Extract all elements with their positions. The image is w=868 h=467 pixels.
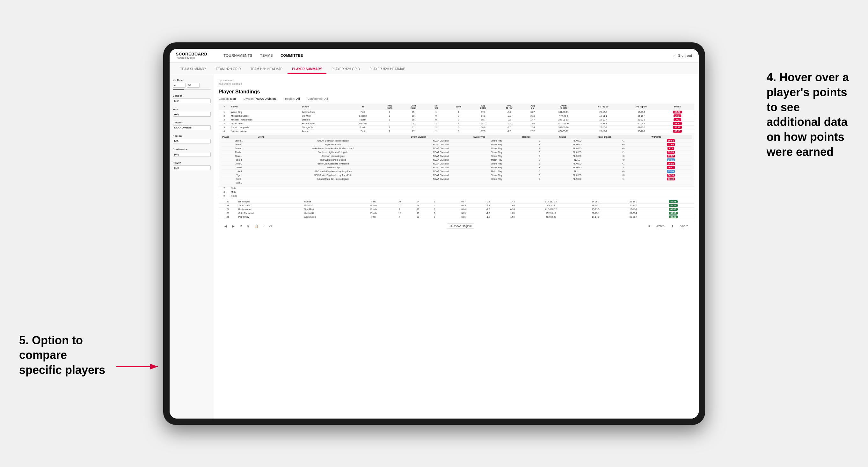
cell-points[interactable]: 88.18	[660, 129, 694, 133]
subnav-player-h2h-grid[interactable]: PLAYER H2H GRID	[327, 65, 364, 74]
lower-table-row: 24 Bastien Amat New Mexico Fourth 1 27 2…	[219, 207, 694, 211]
event-points[interactable]: 46.7	[650, 146, 692, 150]
toolbar-paste[interactable]: 📋	[253, 224, 259, 228]
main-content: No Rds. Gender Men Women All	[169, 74, 699, 418]
subnav-team-h2h-grid[interactable]: TEAM H2H GRID	[211, 65, 245, 74]
points-badge[interactable]: 88.22	[673, 111, 682, 114]
cell-conf-rank: 23	[409, 211, 427, 215]
cell-adj-score: 68.7	[470, 118, 496, 121]
table-row: 5 Christo Lamprecht Georgia Tech Fourth …	[219, 125, 694, 129]
cell-record: 208-09-13	[543, 118, 584, 121]
toolbar-share[interactable]: Share	[679, 224, 690, 228]
event-points-badge[interactable]: 66.40	[667, 178, 675, 180]
event-points-badge[interactable]: 56.18	[667, 174, 675, 177]
top-nav: SCOREBOARD Powered by clipp TOURNAMENTS …	[169, 49, 699, 63]
event-points[interactable]: 24.11	[650, 158, 692, 162]
event-status: PLAYED	[558, 146, 596, 150]
player-select[interactable]: (All)	[173, 165, 211, 170]
event-player: Tachi...	[221, 181, 257, 185]
region-select[interactable]: N/A All	[173, 139, 211, 144]
points-badge[interactable]: 80.58	[669, 200, 678, 203]
cell-yr: Fourth	[348, 118, 378, 121]
cell-points[interactable]: 60.02	[652, 207, 694, 211]
toolbar-forward[interactable]: ▶	[231, 224, 236, 228]
event-points[interactable]	[650, 181, 692, 185]
points-badge[interactable]: 80.27	[669, 204, 678, 207]
subnav-team-summary[interactable]: TEAM SUMMARY	[176, 65, 211, 74]
event-status: PLAYED	[558, 173, 596, 177]
points-badge[interactable]: 76.3	[674, 115, 681, 117]
subnav-player-summary[interactable]: PLAYER SUMMARY	[287, 65, 327, 74]
cell-points[interactable]: 80.09	[660, 125, 694, 129]
subnav-player-h2h-heatmap[interactable]: PLAYER H2H HEATMAP	[365, 65, 410, 74]
cell-wins: 0	[447, 114, 470, 118]
event-points-badge[interactable]: 25.90	[667, 170, 675, 173]
event-name: Wake Forest Invitational at Pinehurst No…	[257, 146, 410, 150]
gender-select[interactable]: Men Women All	[173, 98, 211, 103]
points-badge[interactable]: 70.2	[674, 118, 681, 121]
event-points-badge[interactable]: 46.7	[668, 147, 675, 150]
cell-avg-sg: 1.47	[523, 118, 543, 121]
cell-points[interactable]: 80.27	[652, 204, 694, 207]
no-rds-min-input[interactable]	[173, 83, 186, 88]
cell-points[interactable]: 70.2	[660, 118, 694, 121]
toolbar-copy[interactable]: ⎘	[246, 224, 251, 228]
cell-points[interactable]: 39.95	[652, 211, 694, 215]
lower-table-row: 26 Petr Hruby Washington Fifth 7 23 0 68…	[219, 215, 694, 219]
cell-points[interactable]: 80.58	[652, 200, 694, 204]
cell-school: Missouri	[303, 204, 357, 207]
event-points[interactable]: 56.18	[650, 173, 692, 177]
no-rds-slider[interactable]	[173, 89, 211, 90]
event-points[interactable]: 25.90	[650, 169, 692, 173]
event-points-badge[interactable]: 16.92	[667, 162, 675, 165]
no-rds-max-input[interactable]	[187, 83, 199, 88]
event-points-badge[interactable]: 30.47	[667, 166, 675, 169]
cell-rank: 26	[219, 215, 237, 219]
cell-avg-sg: 0.74	[500, 207, 525, 211]
event-points-badge[interactable]: 57.57	[667, 155, 675, 157]
cell-points[interactable]: 88.22	[660, 110, 694, 114]
event-points[interactable]: 53.60	[650, 143, 692, 146]
event-points-badge[interactable]: 50.64	[667, 139, 675, 142]
cell-to-par: -2.6	[496, 125, 522, 129]
division-select[interactable]: NCAA Division I NCAA Division II NCAA Di…	[173, 125, 211, 130]
points-badge[interactable]: 88.94	[673, 122, 682, 125]
points-badge[interactable]: 80.09	[673, 126, 682, 129]
year-select[interactable]: (All) 2024 2023	[173, 112, 211, 117]
conference-select[interactable]: (All) SEC ACC	[173, 152, 211, 157]
cell-points[interactable]: 88.94	[660, 121, 694, 125]
event-points[interactable]: 57.57	[650, 154, 692, 158]
brand-subtitle: Powered by clipp	[176, 56, 208, 59]
nav-tournaments[interactable]: TOURNAMENTS	[224, 54, 252, 57]
nav-teams[interactable]: TEAMS	[260, 54, 273, 57]
points-badge[interactable]: 88.18	[673, 130, 682, 133]
event-points[interactable]: 30.47	[650, 165, 692, 169]
toolbar-back[interactable]: ◀	[223, 224, 228, 228]
cell-reg-rank: 2	[378, 125, 401, 129]
event-rank-impact: +0	[596, 158, 650, 162]
toolbar-clock[interactable]: ⏱	[268, 224, 274, 228]
toolbar-watch[interactable]: Watch	[654, 224, 666, 228]
sign-out-link[interactable]: Sign out	[678, 54, 692, 57]
event-points-badge[interactable]: 24.11	[667, 158, 675, 161]
toolbar-download[interactable]: ⬇	[670, 224, 675, 228]
points-badge[interactable]: 60.02	[669, 208, 678, 211]
event-points[interactable]: 16.92	[650, 162, 692, 165]
points-badge[interactable]: 39.95	[669, 212, 678, 215]
event-points-badge[interactable]: 73.33	[667, 151, 675, 154]
event-points-badge[interactable]: 53.60	[667, 143, 675, 146]
points-badge[interactable]: 38.49	[669, 216, 678, 218]
event-points[interactable]: 50.64	[650, 139, 692, 143]
event-rounds: 3	[521, 165, 558, 169]
cell-points[interactable]: 76.3	[660, 114, 694, 118]
event-points[interactable]: 73.33	[650, 150, 692, 154]
event-points[interactable]: 66.40	[650, 177, 692, 181]
nav-committee[interactable]: COMMITTEE	[280, 54, 303, 57]
toolbar-view-original[interactable]: 👁 View: Original	[447, 223, 474, 228]
view-icon: 👁	[450, 224, 453, 227]
cell-player: Mats	[230, 190, 301, 194]
event-rounds: 3	[521, 162, 558, 165]
toolbar-refresh[interactable]: ↺	[239, 224, 244, 228]
cell-points[interactable]: 38.49	[652, 215, 694, 219]
subnav-team-h2h-heatmap[interactable]: TEAM H2H HEATMAP	[246, 65, 287, 74]
